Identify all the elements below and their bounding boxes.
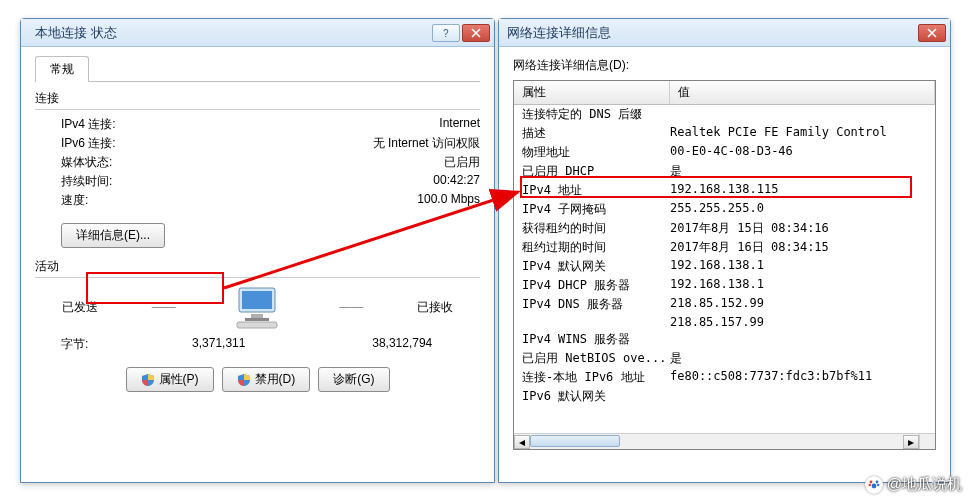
activity-row: 已发送 —— —— 已接收 [35,284,480,330]
value-cell: 是 [670,350,935,367]
property-cell: IPv4 默认网关 [514,258,670,275]
bytes-label: 字节: [61,336,141,353]
value-cell: 218.85.152.99 [670,296,935,313]
horizontal-scrollbar[interactable]: ◂ ▸ [514,433,919,449]
listview-row[interactable]: IPv4 地址192.168.138.115 [514,181,935,200]
shield-icon [141,373,155,387]
listview-row[interactable]: 连接-本地 IPv6 地址fe80::c508:7737:fdc3:b7bf%1… [514,368,935,387]
media-state-label: 媒体状态: [61,154,112,171]
property-cell: 租约过期的时间 [514,239,670,256]
window-title: 本地连接 状态 [35,24,432,42]
details-listview[interactable]: 属性 值 连接特定的 DNS 后缀描述Realtek PCIe FE Famil… [513,80,936,450]
network-details-window: 网络连接详细信息 网络连接详细信息(D): 属性 值 连接特定的 DNS 后缀描… [498,18,951,483]
listview-row[interactable]: 描述Realtek PCIe FE Family Control [514,124,935,143]
value-cell: 192.168.138.115 [670,182,935,199]
property-cell: IPv4 子网掩码 [514,201,670,218]
listview-row[interactable]: 租约过期的时间2017年8月 16日 08:34:15 [514,238,935,257]
connection-group-label: 连接 [35,90,480,107]
listview-row[interactable]: 物理地址00-E0-4C-08-D3-46 [514,143,935,162]
listview-row[interactable]: 连接特定的 DNS 后缀 [514,105,935,124]
window-body: 常规 连接 IPv4 连接:Internet IPv6 连接:无 Interne… [21,47,494,400]
listview-header: 属性 值 [514,81,935,105]
close-button[interactable] [462,24,490,42]
listview-row[interactable]: IPv4 DHCP 服务器192.168.138.1 [514,276,935,295]
bottom-button-row: 属性(P) 禁用(D) 诊断(G) [35,367,480,392]
disable-button-label: 禁用(D) [255,371,296,388]
value-cell: 192.168.138.1 [670,258,935,275]
listview-row[interactable]: IPv6 默认网关 [514,387,935,406]
value-cell: Realtek PCIe FE Family Control [670,125,935,142]
value-cell: 2017年8月 16日 08:34:15 [670,239,935,256]
help-button[interactable]: ? [432,24,460,42]
value-cell: fe80::c508:7737:fdc3:b7bf%11 [670,369,935,386]
svg-rect-8 [237,322,277,328]
property-cell: 已启用 DHCP [514,163,670,180]
duration-value: 00:42:27 [433,173,480,190]
window-body: 网络连接详细信息(D): 属性 值 连接特定的 DNS 后缀描述Realtek … [499,47,950,450]
titlebar[interactable]: 网络连接详细信息 [499,19,950,47]
speed-label: 速度: [61,192,88,209]
tab-general[interactable]: 常规 [35,56,89,82]
listview-row[interactable]: IPv4 DNS 服务器218.85.152.99 [514,295,935,314]
property-cell: IPv4 地址 [514,182,670,199]
duration-label: 持续时间: [61,173,112,190]
listview-row[interactable]: IPv4 默认网关192.168.138.1 [514,257,935,276]
paw-icon [865,476,883,494]
value-cell: 00-E0-4C-08-D3-46 [670,144,935,161]
diagnose-button[interactable]: 诊断(G) [318,367,389,392]
activity-group-label: 活动 [35,258,480,275]
value-cell: 192.168.138.1 [670,277,935,294]
details-button[interactable]: 详细信息(E)... [61,223,165,248]
window-title: 网络连接详细信息 [507,24,918,42]
properties-button-label: 属性(P) [159,371,199,388]
shield-icon [237,373,251,387]
ipv4-conn-label: IPv4 连接: [61,116,116,133]
listview-row[interactable]: IPv4 WINS 服务器 [514,330,935,349]
listview-row[interactable]: 已启用 DHCP是 [514,162,935,181]
property-cell: IPv4 WINS 服务器 [514,331,670,348]
listview-row[interactable]: 获得租约的时间2017年8月 15日 08:34:16 [514,219,935,238]
property-cell: IPv4 DHCP 服务器 [514,277,670,294]
bytes-row: 字节: 3,371,311 38,312,794 [35,336,480,353]
svg-point-14 [868,483,870,485]
scroll-left-arrow[interactable]: ◂ [514,435,530,449]
received-label: 已接收 [417,299,453,316]
sent-label: 已发送 [62,299,98,316]
property-cell: IPv4 DNS 服务器 [514,296,670,313]
speed-value: 100.0 Mbps [417,192,480,209]
properties-button[interactable]: 属性(P) [126,367,214,392]
svg-rect-7 [245,318,269,321]
scroll-track[interactable] [530,435,903,449]
disable-button[interactable]: 禁用(D) [222,367,311,392]
column-property[interactable]: 属性 [514,81,670,104]
media-state-value: 已启用 [444,154,480,171]
scroll-right-arrow[interactable]: ▸ [903,435,919,449]
property-cell: 连接特定的 DNS 后缀 [514,106,670,123]
ipv6-conn-value: 无 Internet 访问权限 [373,135,480,152]
svg-rect-6 [251,314,263,318]
watermark-text: @地瓜说机 [887,475,962,494]
listview-row[interactable]: 已启用 NetBIOS ove...是 [514,349,935,368]
property-cell: 获得租约的时间 [514,220,670,237]
value-cell [670,106,935,123]
bytes-received: 38,312,794 [325,336,481,353]
watermark: @地瓜说机 [865,475,962,494]
property-cell [514,315,670,329]
value-cell: 255.255.255.0 [670,201,935,218]
monitor-icon [229,284,285,330]
svg-rect-5 [242,291,272,309]
titlebar[interactable]: 本地连接 状态 ? [21,19,494,47]
value-cell [670,388,935,405]
scroll-thumb[interactable] [530,435,620,447]
property-cell: 物理地址 [514,144,670,161]
listview-row[interactable]: IPv4 子网掩码255.255.255.0 [514,200,935,219]
listview-row[interactable]: 218.85.157.99 [514,314,935,330]
close-button[interactable] [918,24,946,42]
svg-text:?: ? [443,28,449,38]
property-cell: 描述 [514,125,670,142]
svg-point-13 [871,483,876,488]
svg-point-12 [875,480,878,483]
column-value[interactable]: 值 [670,81,935,104]
details-label: 网络连接详细信息(D): [513,57,936,74]
listview-body: 连接特定的 DNS 后缀描述Realtek PCIe FE Family Con… [514,105,935,406]
